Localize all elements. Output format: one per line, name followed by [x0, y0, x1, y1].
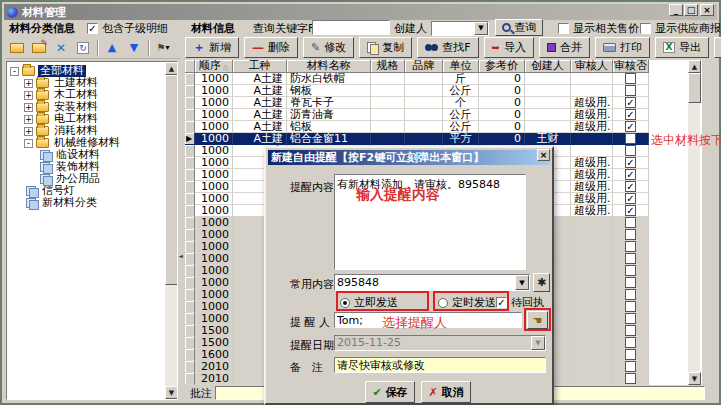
tree-item-label[interactable]: 临设材料	[54, 149, 102, 161]
audited-checkbox[interactable]	[625, 133, 636, 144]
查找F-button[interactable]: 查找F	[417, 37, 478, 58]
down-icon[interactable]: ▼	[124, 38, 144, 57]
column-header[interactable]: 顺序 △	[195, 60, 233, 73]
tree-item[interactable]: 办公用品	[40, 173, 102, 185]
expand-icon[interactable]: +	[24, 127, 33, 136]
collapse-icon[interactable]: -	[24, 139, 33, 148]
audited-checkbox[interactable]	[625, 373, 636, 384]
audited-checkbox[interactable]	[625, 337, 636, 348]
folder-new-icon[interactable]	[7, 38, 27, 57]
tree-item-label[interactable]: 消耗材料	[52, 125, 100, 137]
audited-checkbox[interactable]: ✓	[625, 109, 636, 120]
合并-button[interactable]: 合并	[539, 37, 590, 58]
tree-item[interactable]: -机械维修材料	[24, 137, 122, 149]
reminder-person-input[interactable]	[334, 312, 522, 328]
audited-checkbox[interactable]: ✓	[625, 169, 636, 180]
tree-item-label[interactable]: 安装材料	[52, 101, 100, 113]
expand-icon[interactable]: +	[24, 115, 33, 124]
column-header[interactable]: 工种	[233, 60, 287, 73]
send-timed-radio[interactable]: 定时发送	[438, 295, 496, 310]
receipt-checkbox[interactable]: ✓ 待回执	[496, 295, 544, 310]
audited-checkbox[interactable]	[625, 73, 636, 84]
tree-scrollbar[interactable]: ▲ ▼	[164, 62, 177, 399]
tree-item-label[interactable]: 土建材料	[52, 77, 100, 89]
remark-input[interactable]	[334, 357, 546, 373]
scroll-down-icon[interactable]: ▼	[688, 372, 701, 385]
审核-button[interactable]: 审核	[714, 37, 721, 58]
audited-checkbox[interactable]	[625, 349, 636, 360]
collapse-icon[interactable]: -	[10, 67, 19, 76]
scroll-up-icon[interactable]: ▲	[688, 60, 701, 73]
reminder-content-textarea[interactable]: 有新材料添加，请审核。895848	[334, 174, 526, 270]
dialog-close-icon[interactable]: ×	[537, 149, 550, 161]
audited-checkbox[interactable]	[625, 313, 636, 324]
audited-checkbox[interactable]: ✓	[625, 181, 636, 192]
column-header[interactable]: 材料名称	[287, 60, 371, 73]
pick-person-button[interactable]: ☚	[527, 311, 548, 329]
chevron-down-icon[interactable]: ▼	[474, 22, 488, 35]
show-sale-price-checkbox[interactable]: 显示相关售价	[558, 21, 639, 36]
include-children-checkbox[interactable]: ✓ 包含子级明细	[87, 21, 168, 36]
folder-edit-icon[interactable]	[29, 38, 49, 57]
up-icon[interactable]: ▲	[102, 38, 122, 57]
audited-checkbox[interactable]	[625, 85, 636, 96]
close-button[interactable]: ×	[700, 4, 714, 16]
column-header[interactable]: 品牌	[405, 60, 443, 73]
audited-checkbox[interactable]: ✓	[625, 97, 636, 108]
audited-checkbox[interactable]: ✓	[625, 205, 636, 216]
table-scrollbar[interactable]: ▲ ▼	[687, 60, 700, 385]
column-header[interactable]: 审核人	[571, 60, 613, 73]
audited-checkbox[interactable]	[625, 361, 636, 372]
creator-combobox[interactable]: ▼	[431, 21, 489, 36]
column-header[interactable]: 参考价	[479, 60, 525, 73]
minimize-button[interactable]: _	[669, 4, 683, 16]
新增-button[interactable]: ＋新增	[185, 37, 239, 58]
复制-button[interactable]: 复制	[359, 37, 412, 58]
save-button[interactable]: ✔ 保存	[365, 381, 415, 403]
refresh-icon[interactable]: ↻	[73, 38, 93, 57]
table-scroll-thumb[interactable]	[688, 73, 701, 103]
delete-x-icon[interactable]: ✕	[51, 38, 71, 57]
column-header[interactable]: 创建人	[525, 60, 571, 73]
audited-checkbox[interactable]: ✓	[625, 121, 636, 132]
maximize-button[interactable]: □	[684, 4, 698, 16]
chevron-down-icon[interactable]: ▼	[515, 275, 529, 290]
tree-item-label[interactable]: 新材料分类	[40, 197, 99, 209]
tree-item[interactable]: +消耗材料	[24, 125, 100, 137]
common-content-manage-button[interactable]: ✱	[533, 273, 550, 292]
keyword-input[interactable]	[312, 20, 390, 35]
expand-icon[interactable]: +	[24, 79, 33, 88]
修改-button[interactable]: ✎修改	[303, 37, 354, 58]
tree-item[interactable]: +安装材料	[24, 101, 100, 113]
tree-item[interactable]: 临设材料	[40, 149, 102, 161]
audited-checkbox[interactable]	[625, 229, 636, 240]
导出-button[interactable]: X导出	[655, 37, 709, 58]
tree-item-label[interactable]: 电工材料	[52, 113, 100, 125]
tree-item[interactable]: +木工材料	[24, 89, 100, 101]
tree-item-label[interactable]: 办公用品	[54, 173, 102, 185]
query-button[interactable]: 查询	[495, 19, 543, 36]
audited-checkbox[interactable]	[625, 289, 636, 300]
audited-checkbox[interactable]	[625, 217, 636, 228]
tree-item-label[interactable]: 信号灯	[40, 185, 77, 197]
tree-item[interactable]: 装饰材料	[40, 161, 102, 173]
audited-checkbox[interactable]: ✓	[625, 193, 636, 204]
show-supplier-quote-checkbox[interactable]: 显示供应商报价	[640, 21, 721, 36]
tree-item-label[interactable]: 机械维修材料	[52, 137, 122, 149]
tree-scroll-thumb[interactable]	[165, 75, 178, 285]
audited-checkbox[interactable]	[625, 265, 636, 276]
audited-checkbox[interactable]	[625, 277, 636, 288]
audited-checkbox[interactable]	[625, 253, 636, 264]
tree-item[interactable]: -全部材料	[10, 65, 86, 77]
expand-icon[interactable]: +	[24, 91, 33, 100]
导入-button[interactable]: ➥导入	[484, 37, 534, 58]
scroll-up-icon[interactable]: ▲	[165, 62, 178, 75]
cancel-button[interactable]: ✗ 取消	[421, 381, 471, 403]
audited-checkbox[interactable]	[625, 145, 636, 156]
expand-icon[interactable]: +	[24, 103, 33, 112]
tree-item[interactable]: +土建材料	[24, 77, 100, 89]
tree-item-label[interactable]: 全部材料	[38, 65, 86, 77]
tree-item[interactable]: 新材料分类	[26, 197, 99, 209]
tree-item[interactable]: 信号灯	[26, 185, 77, 197]
audited-checkbox[interactable]	[625, 301, 636, 312]
